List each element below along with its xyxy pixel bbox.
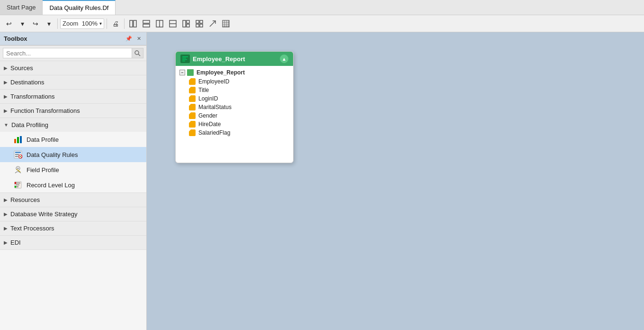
field-icon-title [189, 87, 196, 93]
svg-rect-2 [143, 20, 150, 23]
layout-btn-6[interactable] [193, 18, 206, 30]
field-icon-loginid [189, 95, 196, 102]
data-profiling-header[interactable]: ▼ Data Profiling [0, 118, 146, 132]
tab-start-page[interactable]: Start Page [0, 0, 43, 15]
node-body: − Employee_Report EmployeeID Title [176, 66, 293, 163]
resources-header[interactable]: ▶ Resources [0, 193, 146, 207]
connector-12 [293, 130, 294, 132]
database-write-strategy-arrow: ▶ [4, 211, 8, 217]
field-label-maritalstatus: MaritalStatus [198, 104, 232, 110]
data-quality-rules-icon [13, 150, 23, 159]
field-loginid: LoginID [176, 94, 293, 103]
connector-6 [293, 101, 294, 104]
section-data-profiling: ▼ Data Profiling Data Profile [0, 118, 146, 193]
toolbox-list: ▶ Sources ▶ Destinations ▶ Transformatio… [0, 61, 146, 330]
svg-rect-30 [15, 154, 19, 155]
node-collapse-button[interactable]: ▲ [280, 55, 288, 63]
section-function-transformations: ▶ Function Transformations [0, 104, 146, 118]
redo-dropdown[interactable]: ▾ [43, 18, 55, 30]
field-profile-label: Field Profile [27, 166, 59, 174]
section-text-processors: ▶ Text Processors [0, 221, 146, 236]
item-field-profile[interactable]: Field Profile [0, 162, 146, 177]
svg-line-24 [138, 54, 140, 56]
print-button[interactable]: 🖨 [109, 18, 122, 30]
svg-rect-12 [200, 20, 203, 23]
svg-rect-31 [15, 156, 18, 157]
svg-rect-3 [143, 24, 150, 27]
item-data-quality-rules[interactable]: Data Quality Rules [0, 147, 146, 162]
grid-btn[interactable] [220, 18, 232, 30]
node-group-header: − Employee_Report [176, 68, 293, 77]
canvas-area[interactable]: Employee_Report ▲ − Employee_Report [147, 32, 644, 330]
zoom-control[interactable]: Zoom 100% ▾ [60, 18, 104, 29]
edi-label: EDI [10, 239, 21, 246]
transformations-arrow: ▶ [4, 94, 8, 99]
toolbox-panel: Toolbox 📌 ✕ ▶ Sources [0, 32, 147, 330]
connector-9 [293, 116, 294, 118]
separator-1 [57, 18, 58, 29]
text-processors-arrow: ▶ [4, 226, 8, 231]
svg-rect-10 [187, 24, 189, 27]
field-label-title: Title [198, 87, 209, 93]
field-label-salariedflag: SalariedFlag [198, 129, 230, 136]
layout-btn-2[interactable] [140, 18, 152, 30]
connector-10 [293, 120, 294, 123]
connector-5 [293, 97, 294, 99]
svg-rect-45 [182, 56, 188, 57]
resources-label: Resources [10, 196, 40, 203]
toolbox-title: Toolbox [4, 35, 27, 42]
svg-rect-40 [16, 184, 19, 185]
toolbar: ↩ ▾ ↪ ▾ Zoom 100% ▾ 🖨 [0, 15, 644, 32]
toolbox-pin-btn[interactable]: 📌 [124, 35, 134, 42]
separator-3 [124, 18, 125, 29]
svg-rect-49 [188, 71, 192, 74]
search-input[interactable] [3, 48, 132, 58]
layout-btn-1[interactable] [127, 18, 139, 30]
layout-btn-4[interactable] [167, 18, 179, 30]
item-data-profile[interactable]: Data Profile [0, 132, 146, 147]
zoom-value: 100% [82, 20, 98, 27]
undo-button[interactable]: ↩ [3, 18, 15, 30]
text-processors-header[interactable]: ▶ Text Processors [0, 221, 146, 235]
function-transformations-header[interactable]: ▶ Function Transformations [0, 104, 146, 118]
section-resources: ▶ Resources [0, 193, 146, 207]
item-record-level-log[interactable]: Record Level Log [0, 177, 146, 192]
tab-data-quality-rules-df[interactable]: Data Quality Rules.Df [43, 0, 116, 15]
connector-11 [293, 125, 294, 128]
field-employeeid: EmployeeID [176, 77, 293, 86]
svg-rect-48 [182, 61, 185, 61]
destinations-arrow: ▶ [4, 80, 8, 85]
field-label-hiredate: HireDate [198, 121, 221, 128]
layout-btn-5[interactable] [180, 18, 192, 30]
connector-8 [293, 111, 294, 113]
transformations-header[interactable]: ▶ Transformations [0, 90, 146, 103]
toolbox-close-btn[interactable]: ✕ [135, 35, 143, 42]
field-gender: Gender [176, 111, 293, 120]
toolbox-header: Toolbox 📌 ✕ [0, 32, 146, 46]
group-collapse-btn[interactable]: − [179, 70, 185, 75]
field-salariedflag: SalariedFlag [176, 128, 293, 137]
field-label-gender: Gender [198, 112, 217, 119]
data-profile-label: Data Profile [27, 136, 59, 143]
svg-point-42 [15, 182, 17, 184]
svg-rect-25 [14, 139, 16, 143]
svg-rect-26 [17, 137, 19, 143]
layout-btn-3[interactable] [153, 18, 166, 30]
data-profiling-label: Data Profiling [11, 121, 48, 128]
field-profile-icon [13, 165, 23, 174]
search-button[interactable] [132, 48, 143, 58]
redo-button[interactable]: ↪ [29, 18, 42, 30]
svg-rect-11 [196, 20, 199, 23]
database-write-strategy-header[interactable]: ▶ Database Write Strategy [0, 207, 146, 221]
undo-dropdown[interactable]: ▾ [16, 18, 28, 30]
sources-header[interactable]: ▶ Sources [0, 61, 146, 75]
zoom-dropdown-arrow[interactable]: ▾ [99, 21, 102, 26]
svg-point-23 [135, 51, 139, 55]
field-label-loginid: LoginID [198, 95, 218, 102]
section-destinations: ▶ Destinations [0, 75, 146, 90]
section-database-write-strategy: ▶ Database Write Strategy [0, 207, 146, 221]
diagonal-arrow-btn[interactable] [206, 18, 219, 30]
edi-header[interactable]: ▶ EDI [0, 236, 146, 249]
edi-arrow: ▶ [4, 240, 8, 245]
destinations-header[interactable]: ▶ Destinations [0, 75, 146, 89]
